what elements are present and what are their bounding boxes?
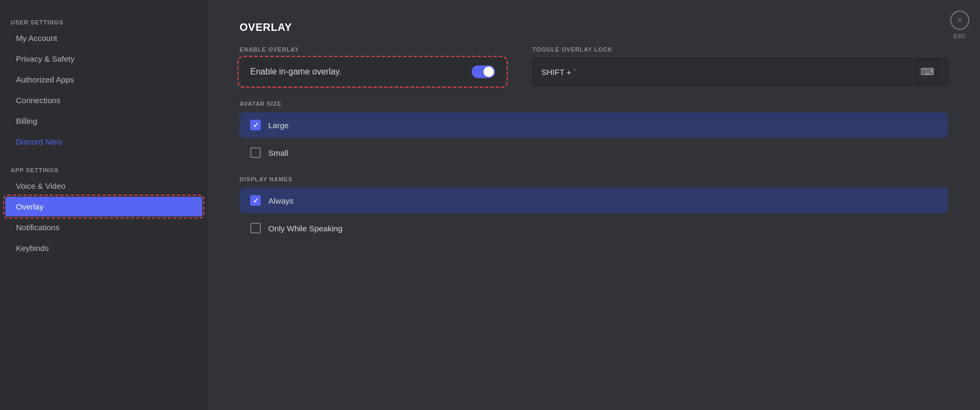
sidebar-item-label: Overlay: [16, 202, 44, 211]
toggle-overlay-lock-block: TOGGLE OVERLAY LOCK SHIFT + ` ⌨: [532, 46, 948, 86]
sidebar-item-label: Authorized Apps: [16, 75, 74, 84]
avatar-size-label: AVATAR SIZE: [240, 101, 948, 107]
sidebar-item-label: Privacy & Safety: [16, 54, 75, 63]
enable-overlay-block: ENABLE OVERLAY Enable in-game overlay.: [240, 46, 506, 86]
app-settings-label: APP SETTINGS: [0, 158, 208, 175]
sidebar-item-notifications[interactable]: Notifications: [5, 217, 202, 237]
overlay-toggle[interactable]: [472, 65, 495, 78]
avatar-size-section: AVATAR SIZE Large Small: [240, 101, 948, 165]
sidebar-item-connections[interactable]: Connections: [5, 90, 202, 110]
esc-label: ESC: [953, 33, 966, 39]
enable-overlay-card[interactable]: Enable in-game overlay.: [240, 58, 506, 86]
avatar-large-checkbox[interactable]: [250, 120, 261, 130]
display-names-label: DISPLAY NAMES: [240, 176, 948, 182]
sidebar-item-keybinds[interactable]: Keybinds: [5, 238, 202, 258]
sidebar-item-discord-nitro[interactable]: Discord Nitro: [5, 132, 202, 152]
keybind-value: SHIFT + `: [541, 68, 576, 77]
display-always-checkbox[interactable]: [250, 195, 261, 206]
enable-overlay-text: Enable in-game overlay.: [250, 67, 341, 77]
sidebar-item-label: Connections: [16, 96, 60, 105]
keyboard-icon-button[interactable]: ⌨: [916, 60, 939, 83]
toggle-knob: [483, 66, 494, 77]
toggle-overlay-lock-label: TOGGLE OVERLAY LOCK: [532, 46, 948, 53]
sidebar-item-overlay[interactable]: Overlay: [5, 197, 202, 216]
display-speaking-label: Only While Speaking: [268, 224, 342, 233]
avatar-large-option[interactable]: Large: [240, 112, 948, 138]
avatar-small-label: Small: [268, 148, 289, 157]
sidebar-item-authorized-apps[interactable]: Authorized Apps: [5, 70, 202, 89]
enable-overlay-label: ENABLE OVERLAY: [240, 46, 506, 53]
sidebar-item-billing[interactable]: Billing: [5, 111, 202, 131]
keyboard-icon: ⌨: [920, 66, 934, 78]
user-settings-label: USER SETTINGS: [0, 11, 208, 28]
close-button[interactable]: ×: [950, 11, 969, 30]
avatar-large-label: Large: [268, 121, 289, 130]
sidebar: USER SETTINGS My Account Privacy & Safet…: [0, 0, 208, 410]
avatar-small-option[interactable]: Small: [240, 140, 948, 165]
display-speaking-checkbox[interactable]: [250, 223, 261, 233]
sidebar-item-privacy-safety[interactable]: Privacy & Safety: [5, 49, 202, 69]
page-title: OVERLAY: [240, 21, 948, 34]
sidebar-item-label: Notifications: [16, 223, 60, 232]
sidebar-item-label: Voice & Video: [16, 181, 65, 190]
display-always-label: Always: [268, 196, 294, 205]
main-content: × ESC OVERLAY ENABLE OVERLAY Enable in-g…: [208, 0, 980, 410]
sidebar-item-label: Billing: [16, 116, 37, 125]
sidebar-item-label: Keybinds: [16, 244, 49, 253]
display-always-option[interactable]: Always: [240, 188, 948, 213]
sidebar-item-label: My Account: [16, 34, 57, 43]
display-names-section: DISPLAY NAMES Always Only While Speaking: [240, 176, 948, 241]
sidebar-item-my-account[interactable]: My Account: [5, 28, 202, 48]
display-speaking-option[interactable]: Only While Speaking: [240, 215, 948, 241]
sidebar-item-voice-video[interactable]: Voice & Video: [5, 176, 202, 196]
keybind-container: SHIFT + ` ⌨: [532, 58, 948, 86]
avatar-small-checkbox[interactable]: [250, 147, 261, 158]
sidebar-item-label: Discord Nitro: [16, 137, 62, 146]
